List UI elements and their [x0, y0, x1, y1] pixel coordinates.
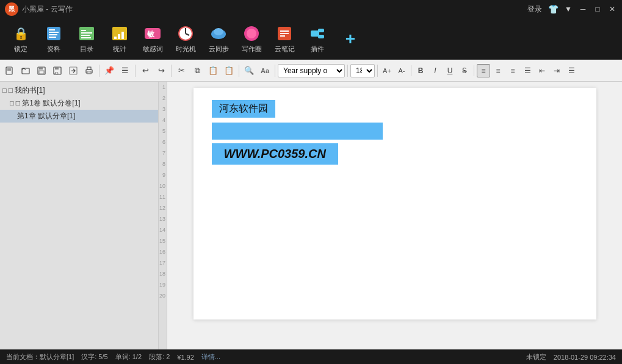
list-button[interactable]: ☰: [118, 63, 132, 78]
paste-special-button[interactable]: 📋: [222, 63, 236, 78]
content-text-1: 河东软件园: [212, 100, 275, 118]
toolbar-yunsync[interactable]: 云同步: [204, 21, 233, 56]
line-4: 4: [159, 115, 165, 126]
separator-4: [239, 65, 239, 77]
svg-rect-41: [55, 67, 59, 70]
justify-button[interactable]: ☰: [521, 64, 534, 77]
open-button[interactable]: [18, 63, 33, 78]
yunbiji-label: 云笔记: [275, 45, 295, 54]
new-doc-button[interactable]: [2, 63, 17, 78]
xiezuoquan-icon: [242, 24, 261, 43]
list-format-button[interactable]: ☰: [565, 64, 578, 77]
toolbar-tongji[interactable]: 统计: [105, 21, 134, 56]
svg-rect-3: [49, 34, 57, 35]
editor-area[interactable]: 河东软件园 WWW.PC0359.CN: [167, 82, 622, 349]
shiguang-label: 时光机: [176, 45, 196, 54]
shirt-icon: 👕: [548, 4, 559, 14]
toolbar-mulu[interactable]: 目录: [72, 21, 101, 56]
undo-button[interactable]: ↩: [138, 63, 153, 78]
details-link[interactable]: 详情...: [201, 352, 220, 362]
font-sep-2: [474, 65, 474, 76]
window-controls: ─ □ ✕: [578, 4, 617, 14]
svg-rect-13: [121, 32, 124, 39]
toolbar-ziliao[interactable]: 资料: [39, 21, 68, 56]
indent-right-button[interactable]: ⇥: [550, 64, 563, 77]
tongji-label: 统计: [113, 45, 126, 54]
save-button[interactable]: [34, 63, 49, 78]
sidebar-item-vol1[interactable]: □ □ 第1卷 默认分卷[1]: [0, 97, 158, 110]
statusbar: 当前文档：默认分章[1] 汉字: 5/5 单词: 1/2 段落: 2 ¥1.92…: [0, 349, 622, 364]
copy-button[interactable]: ⧉: [190, 63, 204, 78]
font-name-select[interactable]: Year supply o: [278, 64, 345, 77]
content-block-3: WWW.PC0359.CN: [212, 143, 578, 165]
search-button[interactable]: 🔍: [242, 63, 256, 78]
indent-left-button[interactable]: ⇤: [535, 64, 549, 77]
line-3: 3: [159, 104, 165, 115]
content-block-1: 河东软件园: [212, 100, 578, 118]
current-doc: 当前文档：默认分章[1]: [6, 352, 74, 362]
export-button[interactable]: [66, 63, 81, 78]
line-11: 11: [159, 191, 165, 202]
paste-button[interactable]: 📋: [206, 63, 220, 78]
lock-label: 锁定: [14, 45, 27, 54]
align-center-button[interactable]: ≡: [491, 64, 505, 77]
lock-status: 未锁定: [526, 352, 546, 362]
align-right-button[interactable]: ≡: [506, 64, 519, 77]
line-5: 5: [159, 126, 165, 137]
save-as-button[interactable]: AS: [50, 63, 65, 78]
font-size-select[interactable]: 18: [350, 64, 375, 77]
toolbar-lock[interactable]: 🔒 锁定: [6, 21, 35, 56]
titlebar: 黑 小黑屋 - 云写作 登录 👕 ▼ ─ □ ✕: [0, 0, 622, 18]
sidebar-item-ch1[interactable]: 第1章 默认分章[1]: [0, 110, 158, 123]
login-link[interactable]: 登录: [527, 4, 542, 15]
font-smaller-button[interactable]: A-: [395, 64, 408, 77]
font-bigger-button[interactable]: A+: [380, 64, 394, 77]
line-8: 8: [159, 159, 165, 170]
close-button[interactable]: ✕: [607, 4, 617, 14]
svg-rect-7: [81, 32, 92, 34]
print-button[interactable]: [82, 63, 96, 78]
svg-rect-6: [81, 30, 86, 31]
yunsync-icon: [209, 24, 228, 43]
align-left-button[interactable]: ≡: [477, 64, 490, 77]
line-12: 12: [159, 202, 165, 213]
toolbar-chajian[interactable]: 插件: [303, 21, 332, 56]
toolbar-secondary: AS 📌 ☰ ↩ ↪ ✂ ⧉ 📋 📋 🔍 Aa Year supply o 18…: [0, 60, 622, 82]
bold-button[interactable]: B: [414, 64, 427, 77]
line-10: 10: [159, 180, 165, 191]
line-6: 6: [159, 137, 165, 148]
line-18: 18: [159, 268, 165, 279]
datetime: 2018-01-29 09:22:34: [554, 354, 616, 361]
italic-button[interactable]: I: [429, 64, 442, 77]
pin-button[interactable]: 📌: [102, 63, 117, 78]
plus-icon: +: [341, 29, 360, 49]
chajian-icon: [308, 24, 327, 43]
titlebar-left: 黑 小黑屋 - 云写作: [5, 2, 73, 16]
svg-rect-31: [318, 29, 324, 32]
cut-button[interactable]: ✂: [174, 63, 189, 78]
svg-text:敏: 敏: [146, 30, 155, 38]
yunsync-label: 云同步: [209, 45, 229, 54]
svg-rect-8: [81, 35, 90, 36]
toolbar-yunbiji[interactable]: 云笔记: [270, 21, 299, 56]
toolbar-shiguang[interactable]: 时光机: [171, 21, 200, 56]
line-19: 19: [159, 279, 165, 290]
svg-rect-9: [81, 37, 91, 38]
toolbar-minci[interactable]: 敏 敏感词: [138, 21, 167, 56]
separator-1: [99, 65, 99, 77]
underline-button[interactable]: U: [443, 64, 457, 77]
sidebar-item-mybooks[interactable]: □ □ 我的书[1]: [0, 84, 158, 97]
maximize-button[interactable]: □: [593, 4, 602, 14]
editor-page[interactable]: 河东软件园 WWW.PC0359.CN: [193, 88, 596, 319]
strikethrough-button[interactable]: S̶: [458, 64, 471, 77]
app-logo: 黑: [5, 2, 18, 16]
ziliao-label: 资料: [47, 45, 60, 54]
minimize-button[interactable]: ─: [578, 4, 588, 14]
line-16: 16: [159, 246, 165, 257]
toolbar-xiezuoquan[interactable]: 写作圈: [237, 21, 266, 56]
word-count: 单词: 1/2: [115, 352, 142, 362]
redo-button[interactable]: ↪: [154, 63, 168, 78]
toolbar-plus[interactable]: +: [336, 27, 365, 51]
svg-rect-32: [318, 35, 324, 38]
separator-2: [135, 65, 136, 77]
